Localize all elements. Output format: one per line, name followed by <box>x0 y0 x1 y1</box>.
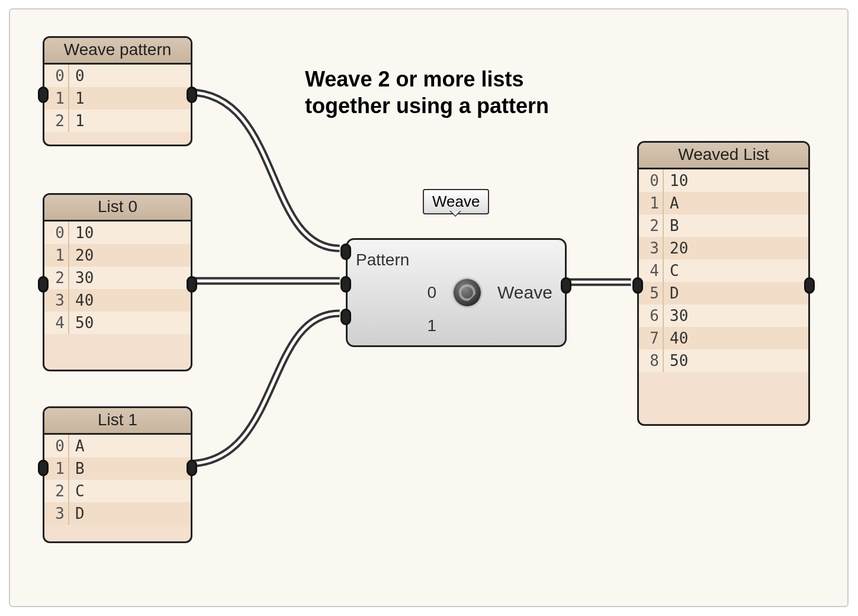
row-value: 1 <box>69 87 85 110</box>
table-row: 450 <box>44 312 191 334</box>
input-grip[interactable] <box>340 243 351 260</box>
row-value: 10 <box>664 169 688 192</box>
panel-rows: 001121 <box>44 65 191 132</box>
table-row: 0A <box>44 435 191 457</box>
row-value: C <box>664 259 679 282</box>
panel-weave-pattern[interactable]: Weave pattern 001121 <box>43 36 192 146</box>
diagram-title: Weave 2 or more liststogether using a pa… <box>305 66 549 119</box>
row-index: 1 <box>639 192 664 214</box>
row-value: 50 <box>664 349 688 372</box>
input-grip[interactable] <box>632 277 643 294</box>
node-input-pattern[interactable]: Pattern <box>356 250 445 270</box>
input-grip[interactable] <box>340 276 351 293</box>
table-row: 010 <box>639 169 808 192</box>
row-value: 30 <box>664 304 688 327</box>
panel-list-1[interactable]: List 1 0A1B2C3D <box>43 406 192 543</box>
table-row: 21 <box>44 110 191 132</box>
row-index: 3 <box>44 502 69 525</box>
table-row: 5D <box>639 282 808 304</box>
row-value: D <box>69 502 85 525</box>
row-value: B <box>69 457 85 480</box>
panel-header: Weave pattern <box>44 38 191 65</box>
row-value: D <box>664 282 679 304</box>
input-grip[interactable] <box>38 86 49 103</box>
table-row: 00 <box>44 65 191 87</box>
table-row: 010 <box>44 222 191 244</box>
table-row: 230 <box>44 267 191 289</box>
row-index: 8 <box>639 349 664 372</box>
row-value: B <box>664 214 679 237</box>
panel-header: Weaved List <box>639 143 808 169</box>
table-row: 2C <box>44 480 191 502</box>
row-value: 1 <box>69 110 85 132</box>
diagram-canvas: Weave 2 or more liststogether using a pa… <box>9 8 849 607</box>
row-value: A <box>69 435 85 457</box>
row-value: C <box>69 480 85 502</box>
table-row: 630 <box>639 304 808 327</box>
table-row: 11 <box>44 87 191 110</box>
row-index: 4 <box>44 312 69 334</box>
row-value: 50 <box>69 312 94 334</box>
row-index: 6 <box>639 304 664 327</box>
table-row: 1A <box>639 192 808 214</box>
panel-rows: 0101A2B3204C5D630740850 <box>639 169 808 372</box>
row-index: 7 <box>639 327 664 349</box>
table-row: 120 <box>44 244 191 267</box>
row-value: 0 <box>69 65 85 87</box>
node-tooltip: Weave <box>423 189 489 214</box>
table-row: 320 <box>639 237 808 259</box>
input-grip[interactable] <box>38 276 49 293</box>
output-grip[interactable] <box>561 277 571 294</box>
input-grip[interactable] <box>38 460 49 476</box>
row-value: 40 <box>69 289 94 312</box>
node-input-1[interactable]: 1 <box>356 316 445 336</box>
row-index: 0 <box>44 222 69 244</box>
table-row: 740 <box>639 327 808 349</box>
row-value: 20 <box>69 244 94 267</box>
row-index: 0 <box>44 65 69 87</box>
output-grip[interactable] <box>187 86 197 103</box>
row-index: 4 <box>639 259 664 282</box>
row-index: 0 <box>639 169 664 192</box>
row-value: 10 <box>69 222 94 244</box>
table-row: 340 <box>44 289 191 312</box>
row-index: 2 <box>44 480 69 502</box>
input-grip[interactable] <box>340 309 351 325</box>
table-row: 4C <box>639 259 808 282</box>
panel-rows: 0A1B2C3D <box>44 435 191 525</box>
table-row: 2B <box>639 214 808 237</box>
row-value: 30 <box>69 267 94 289</box>
row-value: 40 <box>664 327 688 349</box>
panel-header: List 0 <box>44 195 191 222</box>
panel-weaved-list[interactable]: Weaved List 0101A2B3204C5D630740850 <box>637 141 810 426</box>
row-value: A <box>664 192 679 214</box>
row-index: 2 <box>44 110 69 132</box>
output-grip[interactable] <box>804 277 815 294</box>
row-index: 1 <box>44 244 69 267</box>
panel-list-0[interactable]: List 0 010120230340450 <box>43 193 192 371</box>
row-index: 0 <box>44 435 69 457</box>
weave-icon <box>454 279 481 306</box>
node-output-weave[interactable]: Weave <box>485 240 565 345</box>
weave-node[interactable]: Pattern 0 1 Weave <box>346 238 567 347</box>
node-input-0[interactable]: 0 <box>356 283 445 303</box>
row-index: 2 <box>639 214 664 237</box>
panel-header: List 1 <box>44 408 191 435</box>
row-value: 20 <box>664 237 688 259</box>
output-grip[interactable] <box>187 276 197 293</box>
table-row: 850 <box>639 349 808 372</box>
output-grip[interactable] <box>187 460 197 476</box>
table-row: 1B <box>44 457 191 480</box>
node-icon-cell <box>449 240 485 345</box>
row-index: 3 <box>639 237 664 259</box>
table-row: 3D <box>44 502 191 525</box>
node-inputs: Pattern 0 1 <box>348 240 449 345</box>
panel-rows: 010120230340450 <box>44 222 191 334</box>
row-index: 3 <box>44 289 69 312</box>
